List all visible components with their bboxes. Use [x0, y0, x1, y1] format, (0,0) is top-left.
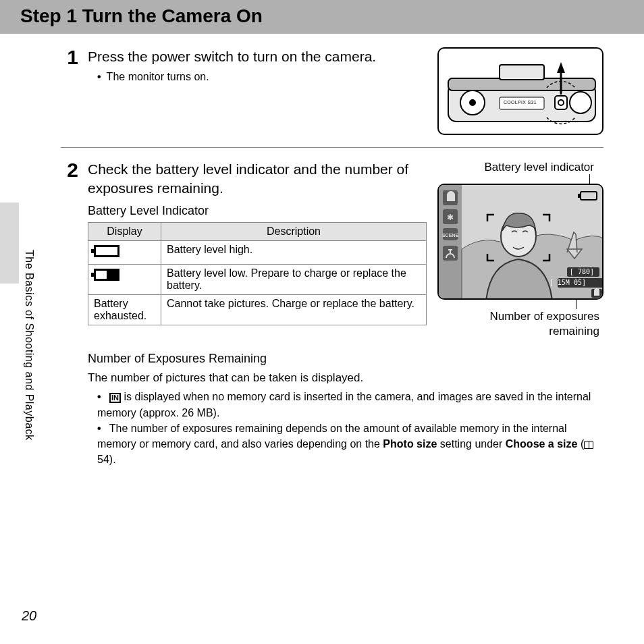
svg-rect-20	[578, 194, 580, 198]
step-1-title: Press the power switch to turn on the ca…	[88, 47, 427, 66]
exposures-section: Number of Exposures Remaining The number…	[88, 352, 603, 468]
table-cell: Battery exhausted.	[88, 294, 161, 325]
separator	[61, 147, 603, 148]
lcd-figure: Battery level indicator ✱ SCENE	[437, 160, 603, 338]
camera-model-label: COOLPIX S31	[504, 100, 537, 105]
exposures-intro: The number of pictures that can be taken…	[88, 370, 603, 387]
callout-exposures-l2: remaining	[549, 325, 599, 338]
table-row: Battery level high.	[88, 240, 427, 264]
lcd-mode: 15M	[558, 279, 570, 286]
callout-battery-indicator: Battery level indicator	[437, 160, 603, 174]
side-tab	[0, 203, 19, 284]
table-row: Battery level low. Prepare to charge or …	[88, 264, 427, 294]
svg-point-6	[570, 92, 591, 113]
battery-high-icon	[94, 245, 119, 257]
step-2: 2 Check the battery level indicator and …	[61, 160, 603, 467]
page-header: Step 1 Turn the Camera On	[0, 0, 644, 34]
battery-level-table: Display Description Battery level high. …	[88, 222, 427, 325]
step-1-bullet: The monitor turns on.	[97, 69, 427, 84]
lcd-illustration: ✱ SCENE	[437, 184, 603, 300]
battery-level-heading: Battery Level Indicator	[88, 204, 427, 218]
svg-point-4	[469, 99, 476, 106]
table-row: Battery exhausted. Cannot take pictures.…	[88, 294, 427, 325]
table-cell: Battery level high.	[161, 240, 427, 264]
battery-low-icon	[94, 269, 119, 281]
internal-memory-icon: IN	[109, 393, 121, 403]
page-title: Step 1 Turn the Camera On	[20, 5, 624, 27]
lcd-exposure-count: 780	[578, 268, 590, 275]
callout-exposures-l1: Number of exposures	[489, 310, 599, 323]
step-number: 1	[61, 47, 78, 135]
exposures-heading: Number of Exposures Remaining	[88, 352, 603, 366]
step-1: 1 Press the power switch to turn on the …	[61, 47, 603, 135]
camera-top-illustration: COOLPIX S31	[437, 47, 603, 135]
lcd-sec: 05	[574, 279, 582, 286]
svg-rect-7	[555, 96, 567, 109]
table-cell: Cannot take pictures. Charge or replace …	[161, 294, 427, 325]
table-cell: Battery level low. Prepare to charge or …	[161, 264, 427, 294]
section-label-vertical: The Basics of Shooting and Playback	[23, 250, 35, 441]
step-2-title: Check the battery level indicator and th…	[88, 160, 427, 198]
table-header-description: Description	[161, 222, 427, 240]
table-header-display: Display	[88, 222, 161, 240]
svg-rect-2	[500, 65, 544, 80]
page-number: 20	[22, 608, 36, 624]
exposures-bullet-2: The number of exposures remaining depend…	[97, 421, 603, 468]
manual-reference-icon	[584, 441, 593, 449]
step-number: 2	[61, 160, 78, 467]
svg-text:SCENE: SCENE	[442, 233, 458, 238]
page-content: 1 Press the power switch to turn on the …	[0, 34, 644, 467]
svg-text:✱: ✱	[447, 213, 454, 222]
callout-pointer	[576, 300, 576, 309]
exposures-bullet-1: IN is displayed when no memory card is i…	[97, 389, 603, 420]
callout-pointer	[589, 174, 590, 184]
